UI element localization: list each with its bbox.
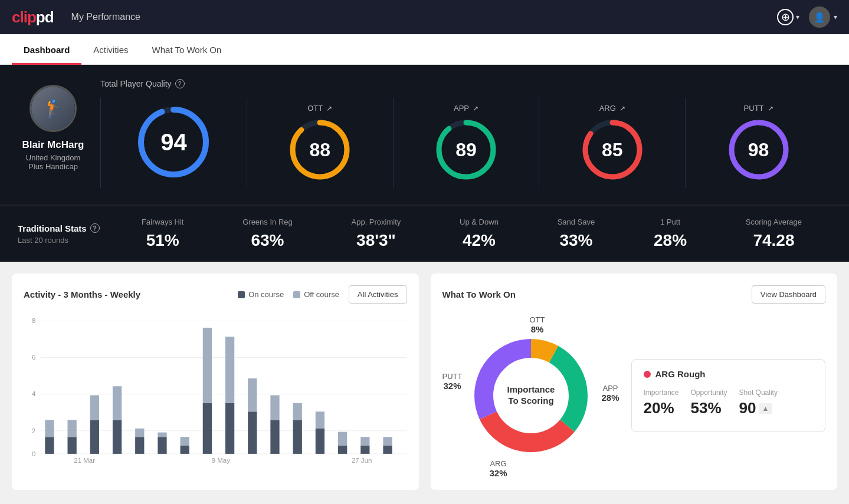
info-icon[interactable]: ? <box>90 223 100 233</box>
bar <box>248 411 257 454</box>
player-avatar: 🏌️ <box>29 85 77 132</box>
avatar[interactable]: 👤 <box>809 6 830 28</box>
bar <box>360 446 369 454</box>
quality-scores: 94 OTT ↗ 88 APP <box>100 98 831 188</box>
header-title: My Performance <box>71 12 140 22</box>
bar <box>360 437 369 445</box>
stat-oneputt: 1 Putt 28% <box>654 218 687 250</box>
detail-metrics: Importance 20% Opportunity 53% Shot Qual… <box>644 388 814 417</box>
stat-gir: Greens In Reg 63% <box>242 218 293 250</box>
logo: clippd <box>12 8 54 27</box>
bar <box>45 420 54 437</box>
detail-card-title: ARG Rough <box>644 369 814 379</box>
ott-label: OTT ↗ <box>307 104 332 113</box>
putt-label: PUTT ↗ <box>744 104 773 113</box>
chart-area: 8 6 4 2 0 <box>24 313 407 466</box>
stat-value: 63% <box>251 231 284 250</box>
stat-label: Greens In Reg <box>242 218 293 226</box>
svg-text:9 May: 9 May <box>212 457 230 464</box>
chart-svg: 8 6 4 2 0 <box>24 313 407 466</box>
wtwo-title: What To Work On <box>442 289 516 299</box>
ott-score-card: OTT ↗ 88 <box>247 98 394 188</box>
bar <box>338 432 347 446</box>
svg-text:21 Mar: 21 Mar <box>74 457 95 464</box>
bar <box>383 437 392 445</box>
player-info: 🏌️ Blair McHarg United Kingdom Plus Hand… <box>18 85 88 171</box>
stat-value: 74.28 <box>753 231 794 250</box>
wtwo-header: What To Work On View Dashboard <box>442 285 826 304</box>
stat-label: Fairways Hit <box>142 218 184 226</box>
stat-label: Up & Down <box>460 218 499 226</box>
total-score-card: 94 <box>100 98 247 188</box>
shot-quality-badge: ▲ <box>759 403 773 414</box>
chart-header: Activity - 3 Months - Weekly On course O… <box>24 285 407 304</box>
bar <box>203 403 212 454</box>
stat-proximity: App. Proximity 38'3" <box>352 218 401 250</box>
arg-ring: 85 <box>580 117 645 182</box>
stat-label: Scoring Average <box>746 218 802 226</box>
svg-text:4: 4 <box>32 390 36 397</box>
bar <box>270 396 279 420</box>
arrow-icon: ↗ <box>473 104 478 113</box>
header-right: ⊕ ▾ 👤 ▾ <box>777 6 837 28</box>
app-value: 89 <box>455 139 477 161</box>
tab-what-to-work-on[interactable]: What To Work On <box>140 34 234 65</box>
what-to-work-on-card: What To Work On View Dashboard <box>431 274 838 490</box>
arrow-icon: ↗ <box>619 104 625 113</box>
app-score-card: APP ↗ 89 <box>394 98 540 188</box>
ott-ring: 88 <box>287 117 352 182</box>
header: clippd My Performance ⊕ ▾ 👤 ▾ <box>0 0 849 34</box>
bar <box>135 437 144 454</box>
putt-value: 98 <box>748 139 769 161</box>
all-activities-button[interactable]: All Activities <box>349 285 407 304</box>
add-button[interactable]: ⊕ ▾ <box>777 9 799 25</box>
bar <box>316 429 324 454</box>
bar <box>316 411 324 429</box>
bar <box>158 437 166 454</box>
quality-section: Total Player Quality ? 94 OTT ↗ <box>100 79 831 188</box>
wtwo-body: Importance To Scoring OTT 8% APP 28% ARG <box>442 313 826 478</box>
bar <box>383 446 392 454</box>
chart-title: Activity - 3 Months - Weekly <box>24 289 140 299</box>
main-content: Activity - 3 Months - Weekly On course O… <box>0 262 849 502</box>
bar <box>225 403 234 454</box>
scores-band: 🏌️ Blair McHarg United Kingdom Plus Hand… <box>0 65 849 205</box>
stats-row: Traditional Stats ? Last 20 rounds Fairw… <box>0 205 849 262</box>
importance-metric: Importance 20% <box>644 388 679 417</box>
stats-items: Fairways Hit 51% Greens In Reg 63% App. … <box>112 218 831 250</box>
tab-dashboard[interactable]: Dashboard <box>12 34 81 65</box>
tab-bar: Dashboard Activities What To Work On <box>0 34 849 65</box>
stat-value: 28% <box>654 231 687 250</box>
stat-label: App. Proximity <box>352 218 401 226</box>
chevron-down-icon: ▾ <box>796 13 799 21</box>
ott-value: 88 <box>309 139 330 161</box>
stat-value: 38'3" <box>356 231 396 250</box>
add-circle-icon: ⊕ <box>777 9 794 25</box>
stat-value: 42% <box>463 231 496 250</box>
stats-label: Traditional Stats ? Last 20 rounds <box>18 223 112 245</box>
svg-text:6: 6 <box>32 354 35 361</box>
putt-donut-label: PUTT 32% <box>442 372 463 391</box>
player-handicap: Plus Handicap <box>28 162 78 171</box>
legend-off-course: Off course <box>293 290 339 299</box>
stat-sandsave: Sand Save 33% <box>558 218 595 250</box>
detail-dot <box>644 371 651 378</box>
donut-svg: Importance To Scoring <box>466 331 596 460</box>
bar <box>45 437 54 454</box>
arg-donut-label: ARG 32% <box>490 459 507 478</box>
logo-area: clippd My Performance <box>12 8 140 27</box>
arg-label: ARG ↗ <box>599 104 625 113</box>
donut-area: Importance To Scoring OTT 8% APP 28% ARG <box>442 313 619 478</box>
tab-activities[interactable]: Activities <box>81 34 140 65</box>
on-course-dot <box>238 291 245 298</box>
bar <box>181 446 189 454</box>
info-icon[interactable]: ? <box>175 79 185 88</box>
bar <box>181 437 189 445</box>
view-dashboard-button[interactable]: View Dashboard <box>752 285 825 304</box>
avatar-image: 🏌️ <box>31 87 75 130</box>
bar <box>158 433 166 437</box>
ott-donut-label: OTT 8% <box>530 315 545 334</box>
svg-text:2: 2 <box>32 427 35 434</box>
app-label: APP ↗ <box>454 104 478 113</box>
detail-card: ARG Rough Importance 20% Opportunity 53%… <box>631 359 826 432</box>
